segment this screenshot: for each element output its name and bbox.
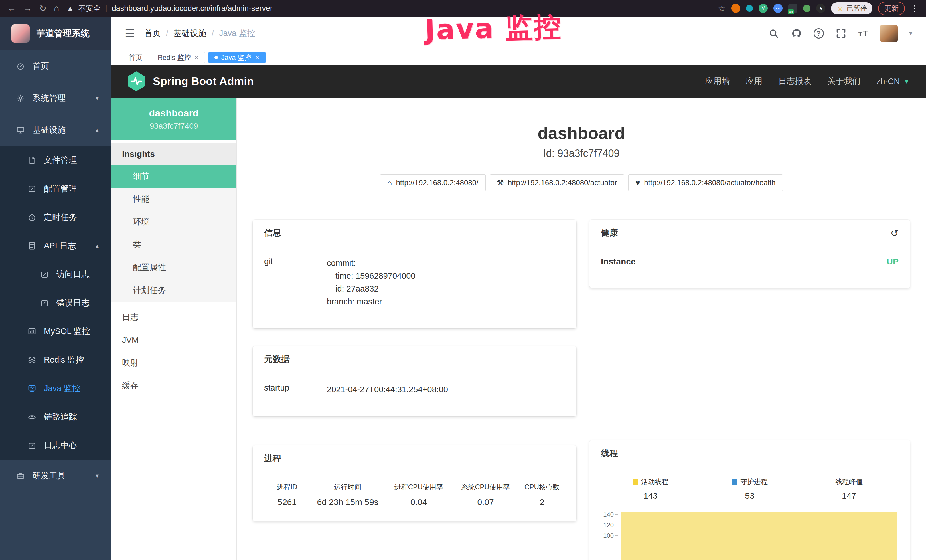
extension-switch-icon[interactable]: on <box>788 4 797 13</box>
sidebar-item-config[interactable]: 配置管理 <box>0 175 111 203</box>
doc-edit-icon <box>27 441 36 450</box>
browser-actions: ☆ V ⋯ on ★ ☺ 已暂停 更新 ⋮ <box>718 2 918 15</box>
process-table: 进程ID 运行时间 进程CPU使用率 系统CPU使用率 CPU核心数 5261 … <box>264 483 565 509</box>
app-sidebar: 芋道管理系统 首页 系统管理 ▾ 基础设施 ▴ 文件管理 配置管理 定时任务 A… <box>0 17 111 560</box>
sidebar-item-trace[interactable]: 链路追踪 <box>0 403 111 431</box>
extension-icon-1[interactable] <box>731 4 740 13</box>
fullscreen-icon[interactable] <box>835 28 847 39</box>
legend-live: 活动线程 <box>601 477 700 486</box>
sba-item-classes[interactable]: 类 <box>111 233 236 256</box>
tab-redis[interactable]: Redis 监控 ✕ <box>152 52 205 64</box>
sba-brand[interactable]: Spring Boot Admin <box>153 75 254 88</box>
history-icon[interactable]: ↺ <box>891 227 899 239</box>
health-row: Instance UP <box>601 257 899 276</box>
extension-icon-4[interactable] <box>803 5 811 12</box>
sidebar-item-mysql[interactable]: MySQL 监控 <box>0 317 111 346</box>
close-icon[interactable]: ✕ <box>194 54 199 61</box>
timer-icon <box>27 213 36 222</box>
status-badge: UP <box>887 257 899 266</box>
tab-home[interactable]: 首页 <box>123 52 148 64</box>
breadcrumb-separator: / <box>212 29 214 38</box>
sba-locale-select[interactable]: zh-CN ▼ <box>876 77 910 86</box>
sidebar-item-apilog[interactable]: API 日志 ▴ <box>0 232 111 260</box>
chevron-up-icon: ▴ <box>95 242 99 250</box>
sidebar-item-redis[interactable]: Redis 监控 <box>0 346 111 374</box>
sidebar-item-errorlog[interactable]: 错误日志 <box>0 289 111 317</box>
health-url-link[interactable]: ♥ http://192.168.0.2:48080/actuator/heal… <box>628 174 783 191</box>
sba-item-jvm[interactable]: JVM <box>111 328 236 351</box>
search-icon[interactable] <box>768 28 779 39</box>
home-icon[interactable]: ⌂ <box>54 3 59 13</box>
chevron-down-icon: ▾ <box>95 472 99 480</box>
bookmark-star-icon[interactable]: ☆ <box>718 3 726 14</box>
table-row: startup 2021-04-27T00:44:31.254+08:00 <box>264 383 565 404</box>
metadata-card: 元数据 startup 2021-04-27T00:44:31.254+08:0… <box>253 346 576 416</box>
extension-vue-icon[interactable]: V <box>759 4 768 13</box>
actuator-url-link[interactable]: ⚒ http://192.168.0.2:48080/actuator <box>490 174 624 191</box>
back-icon[interactable]: ← <box>8 3 16 13</box>
caret-down-icon[interactable]: ▾ <box>909 30 912 37</box>
sba-nav-applications[interactable]: 应用 <box>746 76 762 87</box>
sba-item-mappings[interactable]: 映射 <box>111 351 236 374</box>
help-icon[interactable]: ? <box>814 28 824 38</box>
active-dot-icon <box>215 56 218 59</box>
threads-chart: 140 120 100 <box>601 508 899 560</box>
threads-legend: 活动线程 守护进程 线程峰值 143 53 147 <box>601 477 899 501</box>
instance-links: ⌂ http://192.168.0.2:48080/ ⚒ http://192… <box>253 174 910 191</box>
service-url-link[interactable]: ⌂ http://192.168.0.2:48080/ <box>380 174 486 191</box>
health-card: 健康 ↺ Instance UP <box>590 219 910 288</box>
sba-item-scheduled[interactable]: 计划任务 <box>111 279 236 302</box>
sidebar-item-logcenter[interactable]: 日志中心 <box>0 431 111 460</box>
sba-item-performance[interactable]: 性能 <box>111 188 236 210</box>
sidebar-item-file[interactable]: 文件管理 <box>0 146 111 175</box>
info-card: 信息 git commit: time: 1596289704000 id: 2… <box>253 219 576 328</box>
tab-java[interactable]: Java 监控 ✕ <box>209 52 265 64</box>
instance-header[interactable]: dashboard 93a3fc7f7409 <box>111 98 236 140</box>
sidebar-item-devtools[interactable]: 研发工具 ▾ <box>0 460 111 492</box>
sba-item-configprops[interactable]: 配置属性 <box>111 256 236 279</box>
sba-item-env[interactable]: 环境 <box>111 210 236 233</box>
chevron-down-icon: ▾ <box>95 94 99 102</box>
update-button[interactable]: 更新 <box>878 2 905 15</box>
breadcrumb-section[interactable]: 基础设施 <box>173 28 206 39</box>
close-icon[interactable]: ✕ <box>255 54 260 61</box>
app-logo-row[interactable]: 芋道管理系统 <box>0 17 111 50</box>
sba-nav-journal[interactable]: 日志报表 <box>778 76 811 87</box>
github-icon[interactable] <box>791 28 802 39</box>
paused-badge[interactable]: ☺ 已暂停 <box>831 2 872 14</box>
extension-icon-2[interactable] <box>746 5 753 12</box>
font-size-icon[interactable]: тT <box>858 29 869 38</box>
app-logo <box>11 24 30 42</box>
chevron-up-icon: ▴ <box>95 126 99 134</box>
sba-nav-wallboard[interactable]: 应用墙 <box>705 76 730 87</box>
sidebar-item-accesslog[interactable]: 访问日志 <box>0 260 111 289</box>
sba-nav-about[interactable]: 关于我们 <box>827 76 860 87</box>
annotation-text: Java 监控 <box>424 9 563 49</box>
hamburger-icon[interactable]: ☰ <box>125 27 135 40</box>
sidebar-item-home[interactable]: 首页 <box>0 50 111 82</box>
sba-item-details[interactable]: 细节 <box>111 165 236 188</box>
sba-root-items: 日志 JVM 映射 缓存 <box>111 306 236 397</box>
sidebar-item-java[interactable]: Java 监控 <box>0 374 111 403</box>
user-avatar[interactable] <box>880 24 898 42</box>
header-actions: ? тT ▾ <box>768 24 912 42</box>
extension-pin-icon[interactable]: ★ <box>816 4 825 13</box>
browser-menu-icon[interactable]: ⋮ <box>911 4 918 13</box>
java-monitor-icon <box>27 384 36 393</box>
reload-icon[interactable]: ↻ <box>39 3 47 14</box>
instance-id: 93a3fc7f7409 <box>150 121 198 131</box>
sidebar-item-job[interactable]: 定时任务 <box>0 203 111 232</box>
forward-icon[interactable]: → <box>23 3 32 13</box>
sba-logo-icon[interactable] <box>127 71 145 91</box>
address-bar[interactable]: ▲ 不安全 | dashboard.yudao.iocoder.cn/infra… <box>67 3 710 14</box>
eye-icon <box>27 413 36 422</box>
insights-section-title: Insights <box>111 143 236 165</box>
breadcrumb-home[interactable]: 首页 <box>144 28 161 39</box>
chart-y-axis: 140 120 100 <box>601 508 618 560</box>
sidebar-item-system[interactable]: 系统管理 ▾ <box>0 82 111 114</box>
sidebar-item-infra[interactable]: 基础设施 ▴ <box>0 114 111 146</box>
process-card: 进程 进程ID 运行时间 进程CPU使用率 系统CPU使用率 CPU核心数 52… <box>253 445 576 521</box>
extension-icon-3[interactable]: ⋯ <box>773 4 782 13</box>
sba-item-logs[interactable]: 日志 <box>111 306 236 328</box>
sba-item-caches[interactable]: 缓存 <box>111 374 236 397</box>
